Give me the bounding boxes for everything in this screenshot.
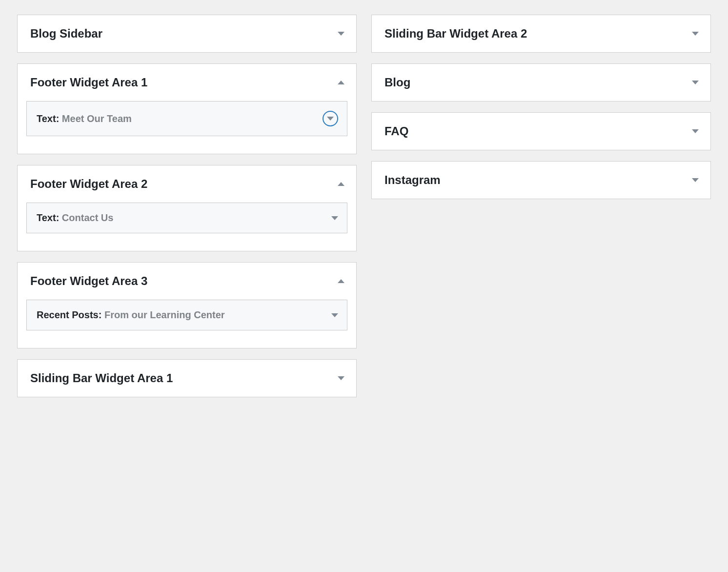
widget-area-title: Blog Sidebar <box>30 27 102 41</box>
widget-title: Contact Us <box>62 212 114 223</box>
widget-area: FAQ <box>371 112 711 150</box>
widget-area: Footer Widget Area 1Text: Meet Our Team <box>17 63 357 154</box>
chevron-down-icon <box>331 313 338 317</box>
widget-area: Sliding Bar Widget Area 1 <box>17 359 357 397</box>
widget-item[interactable]: Text: Meet Our Team <box>26 101 347 136</box>
widget-item-label: Text: Contact Us <box>37 212 113 224</box>
widget-area: Sliding Bar Widget Area 2 <box>371 15 711 53</box>
widget-area-title: Footer Widget Area 2 <box>30 177 147 191</box>
widget-area-title: Sliding Bar Widget Area 2 <box>384 27 527 41</box>
widget-area-title: FAQ <box>384 124 408 138</box>
widget-area: Footer Widget Area 2Text: Contact Us <box>17 165 357 251</box>
widget-area-body: Recent Posts: From our Learning Center <box>18 300 356 348</box>
widget-area-title: Sliding Bar Widget Area 1 <box>30 371 173 385</box>
chevron-down-icon <box>327 117 334 121</box>
chevron-up-icon <box>338 81 344 84</box>
widget-area-title: Instagram <box>384 173 441 187</box>
chevron-up-icon <box>338 279 344 283</box>
widget-area-header[interactable]: Footer Widget Area 3 <box>18 263 356 300</box>
widget-item-label: Text: Meet Our Team <box>37 113 132 124</box>
widget-separator: : <box>56 113 62 124</box>
widget-title: Meet Our Team <box>62 113 132 124</box>
chevron-down-icon <box>692 81 699 84</box>
chevron-down-icon <box>331 216 338 220</box>
widget-area: Blog <box>371 63 711 102</box>
widget-area-header[interactable]: Footer Widget Area 2 <box>18 165 356 203</box>
widget-item[interactable]: Recent Posts: From our Learning Center <box>26 300 347 330</box>
widget-area-title: Blog <box>384 76 410 89</box>
chevron-up-icon <box>338 182 344 186</box>
widget-area-header[interactable]: Blog <box>372 64 710 101</box>
widget-area-header[interactable]: Sliding Bar Widget Area 1 <box>18 360 356 397</box>
chevron-down-icon <box>338 32 344 36</box>
widget-area: Footer Widget Area 3Recent Posts: From o… <box>17 262 357 348</box>
widget-area-header[interactable]: Blog Sidebar <box>18 15 356 52</box>
widget-separator: : <box>99 309 104 320</box>
widget-area: Instagram <box>371 161 711 199</box>
widget-item-label: Recent Posts: From our Learning Center <box>37 309 225 321</box>
chevron-down-icon <box>692 178 699 182</box>
widget-title: From our Learning Center <box>104 309 225 320</box>
widget-item[interactable]: Text: Contact Us <box>26 203 347 233</box>
widget-separator: : <box>56 212 62 223</box>
widget-type: Text <box>37 113 56 124</box>
widget-area-title: Footer Widget Area 1 <box>30 76 147 89</box>
widget-area-header[interactable]: FAQ <box>372 113 710 150</box>
widget-area-body: Text: Meet Our Team <box>18 101 356 154</box>
widget-area-body: Text: Contact Us <box>18 203 356 251</box>
widget-area-title: Footer Widget Area 3 <box>30 274 147 288</box>
chevron-down-icon <box>338 376 344 380</box>
widget-area-header[interactable]: Instagram <box>372 162 710 199</box>
widget-area: Blog Sidebar <box>17 15 357 53</box>
widget-area-header[interactable]: Sliding Bar Widget Area 2 <box>372 15 710 52</box>
widget-type: Text <box>37 212 56 223</box>
chevron-down-icon <box>692 129 699 133</box>
chevron-down-icon <box>692 32 699 36</box>
chevron-down-icon <box>323 111 338 126</box>
widget-area-header[interactable]: Footer Widget Area 1 <box>18 64 356 101</box>
widget-type: Recent Posts <box>37 309 99 320</box>
